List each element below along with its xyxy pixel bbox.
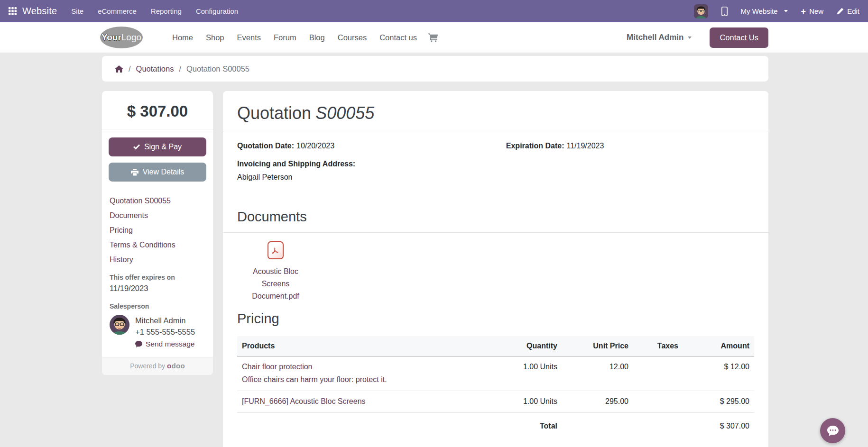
invoicing-shipping-address-label: Invoicing and Shipping Address: [237, 160, 754, 168]
portal-user-dropdown[interactable]: Mitchell Admin [627, 33, 692, 42]
sign-pay-button[interactable]: Sign & Pay [109, 137, 206, 156]
column-header-quantity: Quantity [491, 336, 562, 356]
powered-by-odoo[interactable]: Powered by odoo [102, 357, 213, 375]
salesperson-avatar [110, 315, 129, 335]
salesperson-name: Mitchell Admin [135, 315, 195, 326]
product-description: Office chairs can harm your floor: prote… [242, 375, 486, 384]
app-name[interactable]: Website [22, 6, 57, 17]
topbar-menu-reporting[interactable]: Reporting [151, 7, 182, 15]
total-row: Total $ 307.00 [237, 413, 754, 438]
topbar-menu-configuration[interactable]: Configuration [196, 7, 238, 15]
topbar-menu-site[interactable]: Site [71, 7, 83, 15]
table-header-row: Products Quantity Unit Price Taxes Amoun… [237, 336, 754, 356]
breadcrumb-separator: / [129, 64, 131, 73]
sidebar-link-quotation[interactable]: Quotation S00055 [110, 193, 205, 208]
product-link[interactable]: [FURN_6666] Acoustic Bloc Screens [242, 397, 486, 406]
taxes-cell [633, 391, 683, 413]
send-message-link[interactable]: Send message [135, 340, 195, 348]
pencil-icon [837, 8, 844, 15]
user-avatar[interactable] [694, 4, 708, 18]
site-navbar: YourLogo Home Shop Events Forum Blog Cou… [0, 22, 868, 53]
edit-button[interactable]: Edit [837, 7, 859, 15]
breadcrumb: / Quotations / Quotation S00055 [102, 56, 768, 82]
nav-item-home[interactable]: Home [172, 33, 193, 42]
quantity-cell: 1.00 Units [491, 391, 562, 413]
salesperson-label: Salesperson [110, 302, 205, 310]
expiration-date-value: 11/19/2023 [566, 142, 604, 150]
quotation-total-amount: $ 307.00 [102, 91, 213, 129]
breadcrumb-current: Quotation S00055 [186, 64, 249, 73]
amount-cell: $ 295.00 [683, 391, 754, 413]
chat-bubble-icon [827, 426, 839, 436]
total-label: Total [491, 413, 562, 438]
column-header-taxes: Taxes [633, 336, 683, 356]
check-icon [133, 144, 140, 150]
speech-bubble-icon [135, 341, 142, 347]
nav-item-forum[interactable]: Forum [274, 33, 296, 42]
website-selector-dropdown[interactable]: My Website [741, 7, 788, 15]
sidebar-link-documents[interactable]: Documents [110, 208, 205, 223]
nav-item-blog[interactable]: Blog [309, 33, 325, 42]
topbar-menu-ecommerce[interactable]: eCommerce [98, 7, 137, 15]
quotation-number: S00055 [315, 103, 374, 123]
product-link[interactable]: Chair floor protection [242, 363, 486, 371]
unit-price-cell: 295.00 [562, 391, 633, 413]
pdf-file-icon [268, 241, 284, 259]
document-attachment[interactable]: Acoustic Bloc Screens Document.pdf [244, 241, 307, 302]
breadcrumb-quotations-link[interactable]: Quotations [136, 64, 174, 73]
view-details-button[interactable]: View Details [109, 163, 206, 182]
column-header-products: Products [237, 336, 491, 356]
chevron-down-icon [784, 10, 788, 12]
salesperson-phone: +1 555-555-5555 [135, 326, 195, 338]
nav-item-contact-us[interactable]: Contact us [379, 33, 417, 42]
plus-icon: + [801, 7, 806, 16]
topbar: Website Site eCommerce Reporting Configu… [0, 0, 868, 22]
column-header-amount: Amount [683, 336, 754, 356]
pricing-table: Products Quantity Unit Price Taxes Amoun… [237, 336, 754, 437]
home-icon[interactable] [115, 65, 123, 73]
mobile-preview-icon[interactable] [721, 7, 728, 16]
quantity-cell: 1.00 Units [491, 356, 562, 391]
taxes-cell [633, 356, 683, 391]
customer-name: Abigail Peterson [237, 173, 754, 182]
quotation-date-value: 10/20/2023 [296, 142, 334, 150]
quotation-sidebar: $ 307.00 Sign & Pay [102, 91, 213, 375]
new-button[interactable]: + New [801, 7, 824, 16]
cart-icon[interactable] [428, 33, 438, 42]
nav-item-shop[interactable]: Shop [206, 33, 224, 42]
site-logo[interactable]: YourLogo [100, 27, 143, 48]
chevron-down-icon [688, 36, 692, 39]
page-title: QuotationS00055 [237, 103, 754, 123]
pricing-heading: Pricing [237, 311, 754, 327]
documents-heading: Documents [237, 209, 754, 225]
total-amount: $ 307.00 [683, 413, 754, 438]
breadcrumb-separator: / [179, 64, 181, 73]
table-row: Chair floor protection Office chairs can… [237, 356, 754, 391]
sidebar-link-terms[interactable]: Terms & Conditions [110, 237, 205, 252]
apps-grid-icon[interactable] [9, 7, 17, 15]
column-header-unit-price: Unit Price [562, 336, 633, 356]
nav-item-courses[interactable]: Courses [338, 33, 367, 42]
quotation-date-label: Quotation Date: [237, 142, 294, 150]
sidebar-link-pricing[interactable]: Pricing [110, 223, 205, 237]
table-row: [FURN_6666] Acoustic Bloc Screens 1.00 U… [237, 391, 754, 413]
contact-us-button[interactable]: Contact Us [710, 27, 768, 48]
expiration-date-label: Expiration Date: [506, 142, 564, 150]
unit-price-cell: 12.00 [562, 356, 633, 391]
offer-expires-date: 11/19/2023 [110, 284, 205, 293]
nav-item-events[interactable]: Events [237, 33, 261, 42]
quotation-card: QuotationS00055 Quotation Date:10/20/202… [223, 91, 768, 447]
printer-icon [131, 169, 139, 176]
offer-expires-label: This offer expires on [110, 274, 205, 281]
odoo-logo: odoo [167, 362, 185, 370]
document-filename[interactable]: Acoustic Bloc Screens Document.pdf [244, 265, 307, 302]
amount-cell: $ 12.00 [683, 356, 754, 391]
sidebar-link-history[interactable]: History [110, 252, 205, 267]
livechat-button[interactable] [820, 418, 845, 443]
